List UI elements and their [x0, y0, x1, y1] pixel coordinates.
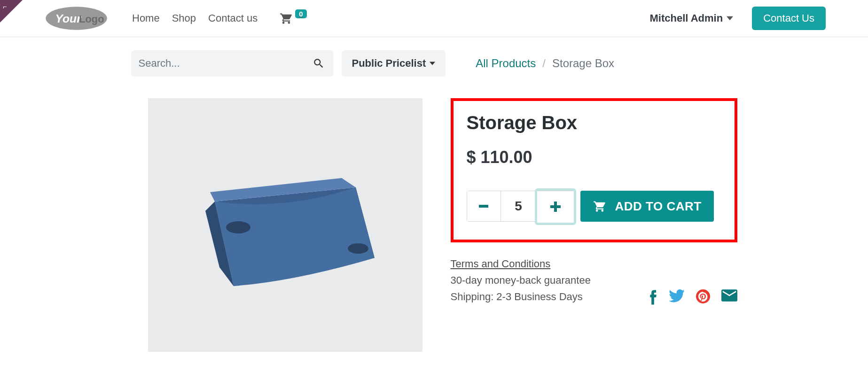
terms-link[interactable]: Terms and Conditions	[451, 258, 551, 270]
cart-icon	[593, 200, 607, 213]
cart-icon	[279, 12, 293, 25]
plus-icon	[550, 202, 561, 212]
product-image[interactable]	[148, 98, 422, 352]
svg-rect-10	[550, 205, 561, 208]
user-name: Mitchell Admin	[650, 12, 723, 24]
search-button[interactable]	[309, 54, 328, 73]
minus-icon	[479, 205, 488, 208]
qty-increase-button[interactable]	[537, 191, 574, 222]
breadcrumb-root[interactable]: All Products	[476, 57, 536, 70]
add-to-cart-label: ADD TO CART	[615, 199, 702, 214]
pricelist-label: Public Pricelist	[352, 57, 426, 70]
svg-point-6	[226, 221, 250, 233]
search-box	[131, 50, 333, 77]
product-info: Terms and Conditions 30-day money-back g…	[451, 256, 591, 305]
caret-down-icon	[727, 16, 733, 21]
breadcrumb: All Products / Storage Box	[476, 57, 614, 70]
main-header: Your Logo Home Shop Contact us 0 Mitchel…	[0, 0, 868, 37]
user-dropdown[interactable]: Mitchell Admin	[650, 12, 734, 24]
qty-decrease-button[interactable]	[467, 191, 501, 221]
storage-box-illustration	[187, 145, 384, 305]
contact-us-button[interactable]: Contact Us	[752, 7, 826, 30]
nav-contact[interactable]: Contact us	[208, 12, 258, 24]
main-nav: Home Shop Contact us	[132, 12, 258, 24]
pricelist-dropdown[interactable]: Public Pricelist	[342, 50, 446, 77]
search-icon	[313, 57, 325, 70]
svg-point-7	[348, 243, 368, 254]
site-logo[interactable]: Your Logo	[42, 5, 110, 32]
breadcrumb-separator: /	[542, 57, 546, 70]
quantity-stepper	[467, 191, 575, 222]
breadcrumb-current: Storage Box	[552, 57, 614, 70]
svg-text:Your: Your	[55, 12, 82, 25]
social-share-row	[648, 289, 737, 305]
facebook-icon[interactable]	[648, 289, 657, 305]
product-price: $ 110.00	[467, 147, 726, 167]
nav-shop[interactable]: Shop	[172, 12, 196, 24]
nav-home[interactable]: Home	[132, 12, 160, 24]
svg-rect-8	[479, 205, 488, 208]
shipping-text: Shipping: 2-3 Business Days	[451, 291, 583, 303]
product-title: Storage Box	[467, 112, 726, 133]
cart-count-badge: 0	[295, 9, 306, 18]
cart-link[interactable]: 0	[279, 12, 306, 25]
svg-text:Logo: Logo	[79, 13, 104, 25]
quantity-input[interactable]	[501, 191, 537, 221]
email-icon[interactable]	[721, 289, 737, 305]
caret-down-icon	[430, 62, 435, 65]
guarantee-text: 30-day money-back guarantee	[451, 274, 591, 286]
highlight-box: Storage Box $ 110.00	[451, 98, 737, 242]
search-input[interactable]	[139, 57, 309, 70]
edit-corner-icon: ⌐	[3, 3, 7, 10]
twitter-icon[interactable]	[669, 289, 685, 305]
pinterest-icon[interactable]	[696, 289, 710, 305]
add-to-cart-button[interactable]: ADD TO CART	[580, 191, 714, 222]
